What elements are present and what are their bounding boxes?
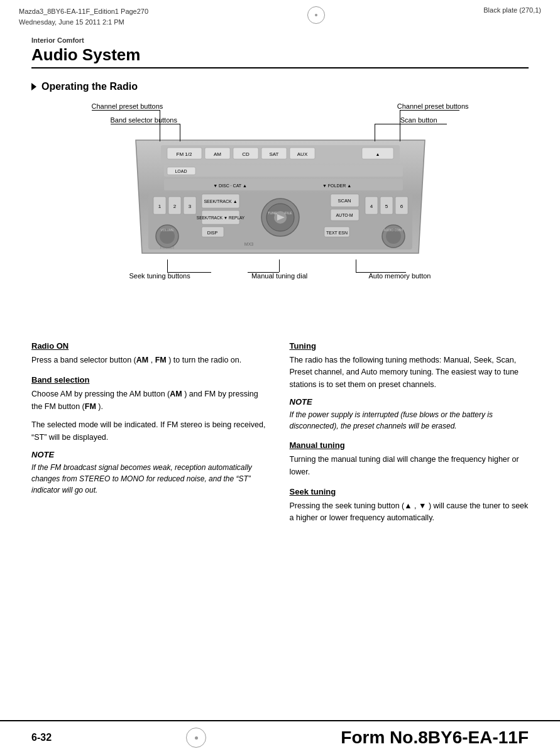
- note2-text: If the power supply is interrupted (fuse…: [290, 409, 529, 432]
- svg-text:DISP: DISP: [207, 231, 217, 235]
- label-channel-preset-right: Channel preset buttons: [397, 102, 469, 110]
- svg-text:SCAN: SCAN: [338, 198, 351, 204]
- callout-line-manual-bottom-h: [248, 272, 279, 273]
- manual-tuning-title: Manual tuning: [290, 440, 529, 450]
- main-content: Interior Comfort Audio System Operating …: [0, 30, 560, 544]
- svg-text:AUTO·M: AUTO·M: [336, 213, 353, 217]
- manual-tuning-text: Turning the manual tuning dial will chan…: [290, 454, 529, 478]
- note2-title: NOTE: [290, 397, 529, 407]
- svg-rect-13: [164, 165, 403, 177]
- svg-text:1: 1: [158, 204, 161, 209]
- svg-text:▲: ▲: [375, 152, 380, 156]
- callout-line-band-h: [111, 124, 180, 124]
- callout-line-channel-left-h: [92, 110, 160, 111]
- callout-line-auto-bottom: [356, 260, 356, 272]
- svg-text:CD: CD: [242, 151, 250, 157]
- header-circle-icon: [307, 6, 325, 24]
- footer-circle-icon: [186, 728, 206, 748]
- svg-text:FM 1/2: FM 1/2: [176, 151, 192, 157]
- svg-text:▼ DISC · CAT ▲: ▼ DISC · CAT ▲: [213, 183, 247, 188]
- label-seek-tuning: Seek tuning buttons: [129, 272, 190, 280]
- seek-tuning-text: Pressing the seek tuning button (▲ , ▼ )…: [290, 500, 529, 525]
- svg-text:AUX: AUX: [297, 151, 307, 157]
- callout-line-seek-bottom: [167, 260, 168, 272]
- svg-text:SAT: SAT: [269, 151, 278, 157]
- diagram-container: Channel preset buttons Band selector but…: [31, 102, 529, 329]
- page-number: 6-32: [31, 732, 52, 743]
- bottom-labels: Seek tuning buttons Manual tuning dial A…: [129, 272, 431, 280]
- label-auto-memory: Auto memory button: [368, 272, 431, 280]
- svg-text:2: 2: [173, 204, 176, 209]
- label-channel-preset-left: Channel preset buttons: [92, 102, 163, 110]
- right-column: Tuning The radio has the following tunin…: [290, 341, 529, 531]
- svg-text:6: 6: [400, 204, 403, 209]
- svg-text:4: 4: [370, 204, 373, 209]
- svg-text:POWER: POWER: [160, 246, 174, 249]
- svg-text:5: 5: [385, 204, 388, 209]
- callout-line-auto-bottom-h: [356, 272, 406, 273]
- tuning-text: The radio has the following tuning metho…: [290, 354, 529, 391]
- svg-text:LOAD: LOAD: [175, 169, 187, 173]
- form-number: Form No.8BY6-EA-11F: [341, 728, 529, 748]
- label-scan: Scan button: [400, 116, 437, 124]
- callout-line-channel-right: [400, 110, 400, 141]
- svg-text:AM: AM: [214, 151, 221, 157]
- svg-text:3: 3: [188, 204, 191, 209]
- svg-text:MX3: MX3: [244, 242, 253, 246]
- callout-line-channel-right-h: [400, 110, 459, 111]
- label-manual-tuning: Manual tuning dial: [251, 272, 307, 280]
- radio-on-title: Radio ON: [31, 341, 271, 351]
- svg-rect-16: [164, 179, 403, 190]
- svg-text:FILE: FILE: [285, 211, 292, 215]
- callout-line-scan-h: [375, 124, 447, 124]
- left-column: Radio ON Press a band selector button (A…: [31, 341, 271, 531]
- page-footer: 6-32 Form No.8BY6-EA-11F: [0, 720, 560, 754]
- callout-line-channel-left: [160, 110, 160, 141]
- triangle-icon: [31, 83, 36, 90]
- callout-line-scan: [375, 124, 375, 141]
- header-center: [307, 6, 325, 24]
- band-selection-text2: The selected mode will be indicated. If …: [31, 419, 271, 444]
- note1-text: If the FM broadcast signal becomes weak,…: [31, 462, 271, 496]
- svg-text:TUNE: TUNE: [268, 211, 277, 215]
- band-selection-text1: Choose AM by pressing the AM button (AM …: [31, 388, 271, 413]
- header-right: Black plate (270,1): [483, 6, 541, 14]
- section-heading: Operating the Radio: [31, 81, 529, 92]
- svg-text:▼ FOLDER ▲: ▼ FOLDER ▲: [322, 183, 351, 188]
- band-selection-title: Band selection: [31, 375, 271, 385]
- svg-text:VOLUME: VOLUME: [160, 228, 174, 232]
- breadcrumb: Interior Comfort: [31, 36, 529, 44]
- tuning-title: Tuning: [290, 341, 529, 351]
- page-header: Mazda3_8BY6-EA-11F_Edition1 Page270 Wedn…: [0, 0, 560, 30]
- callout-line-manual-bottom: [279, 260, 280, 272]
- note1-title: NOTE: [31, 450, 271, 459]
- callout-line-seek-bottom-h: [167, 272, 211, 273]
- seek-tuning-title: Seek tuning: [290, 487, 529, 496]
- svg-text:SEEK/TRACK ▲: SEEK/TRACK ▲: [204, 199, 237, 204]
- radio-diagram: FM 1/2 AM CD SAT AUX ▲: [129, 134, 431, 260]
- header-left: Mazda3_8BY6-EA-11F_Edition1 Page270 Wedn…: [19, 6, 148, 27]
- svg-text:SEEK/TRACK ▼ REPLAY: SEEK/TRACK ▼ REPLAY: [196, 216, 244, 220]
- svg-text:TEXT ESN: TEXT ESN: [326, 231, 347, 235]
- page-title: Audio System: [31, 45, 529, 68]
- callout-line-band: [180, 124, 180, 141]
- svg-text:AUDIO CONT: AUDIO CONT: [383, 228, 403, 232]
- label-band-selector: Band selector buttons: [111, 116, 177, 124]
- main-columns: Radio ON Press a band selector button (A…: [31, 341, 529, 531]
- radio-on-text: Press a band selector button (AM , FM ) …: [31, 354, 271, 366]
